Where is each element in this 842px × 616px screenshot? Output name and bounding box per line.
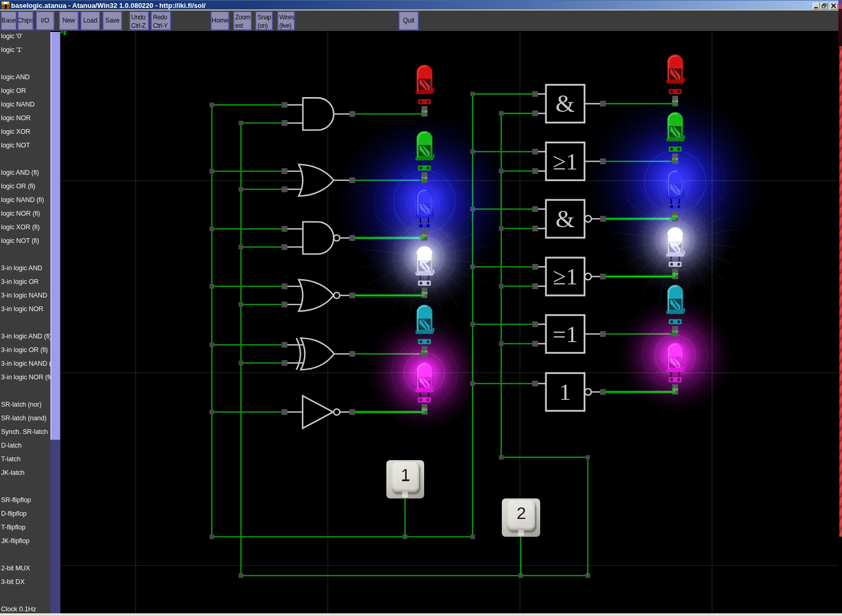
svg-text:&: & bbox=[555, 90, 575, 117]
svg-text:&: & bbox=[555, 205, 575, 232]
svg-text:1: 1 bbox=[559, 379, 571, 405]
svg-text:=1: =1 bbox=[553, 321, 578, 347]
svg-text:≥1: ≥1 bbox=[553, 263, 577, 290]
svg-text:≥1: ≥1 bbox=[553, 148, 577, 175]
